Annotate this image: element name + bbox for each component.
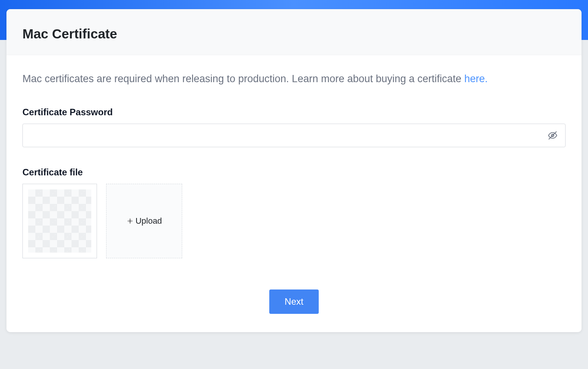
- file-row: Upload: [22, 184, 566, 258]
- page-title: Mac Certificate: [22, 26, 566, 41]
- upload-label: Upload: [135, 216, 162, 226]
- actions-row: Next: [22, 289, 566, 314]
- file-label: Certificate file: [22, 167, 566, 178]
- file-field-group: Certificate file Upload: [22, 167, 566, 258]
- checkerboard-placeholder: [28, 189, 91, 253]
- intro-text-span: Mac certificates are required when relea…: [22, 73, 464, 84]
- password-label: Certificate Password: [22, 107, 566, 118]
- card-body: Mac certificates are required when relea…: [6, 55, 582, 332]
- certificate-card: Mac Certificate Mac certificates are req…: [6, 9, 582, 332]
- learn-more-link[interactable]: here.: [464, 73, 488, 84]
- intro-text: Mac certificates are required when relea…: [22, 71, 566, 87]
- upload-inner: Upload: [126, 216, 162, 226]
- password-input-wrap: [22, 124, 566, 147]
- next-button[interactable]: Next: [269, 289, 318, 314]
- plus-icon: [126, 217, 134, 225]
- toggle-password-visibility-icon[interactable]: [547, 130, 558, 141]
- password-field-group: Certificate Password: [22, 107, 566, 147]
- card-header: Mac Certificate: [6, 9, 582, 55]
- upload-button[interactable]: Upload: [106, 184, 182, 258]
- certificate-password-input[interactable]: [22, 124, 566, 147]
- file-preview-thumbnail[interactable]: [22, 184, 97, 258]
